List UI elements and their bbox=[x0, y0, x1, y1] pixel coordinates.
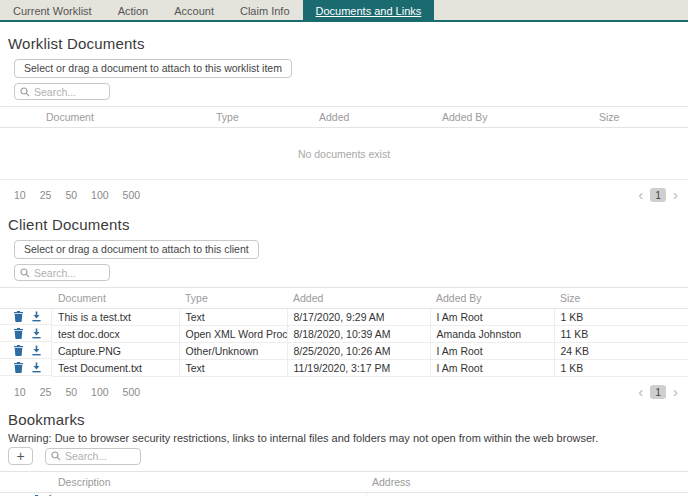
page-size-option[interactable]: 10 bbox=[14, 189, 26, 201]
download-icon[interactable] bbox=[31, 328, 42, 339]
attach-worklist-document-button[interactable]: Select or drag a document to attach to t… bbox=[14, 59, 292, 78]
cell-size: 1 KB bbox=[554, 360, 688, 377]
column-document: Document bbox=[52, 288, 179, 309]
tab-current-worklist[interactable]: Current Worklist bbox=[0, 0, 105, 20]
cell-added-by: I Am Root bbox=[430, 360, 554, 377]
worklist-documents-table: Document Type Added Added By Size No doc… bbox=[0, 106, 688, 180]
row-actions bbox=[0, 326, 52, 342]
page-size-option[interactable]: 50 bbox=[65, 189, 77, 201]
cell-added-by: I Am Root bbox=[430, 343, 554, 360]
table-row: This is a test.txt Text 8/17/2020, 9:29 … bbox=[0, 309, 688, 326]
delete-icon[interactable] bbox=[14, 362, 23, 373]
column-added: Added bbox=[287, 288, 430, 309]
tab-bar: Current Worklist Action Account Claim In… bbox=[0, 0, 688, 22]
cell-document: test doc.docx bbox=[52, 326, 179, 343]
download-icon[interactable] bbox=[31, 345, 42, 356]
cell-type: Other/Unknown bbox=[179, 343, 287, 360]
cell-type: Text bbox=[179, 360, 287, 377]
add-bookmark-button[interactable]: + bbox=[8, 447, 33, 465]
tab-documents-and-links[interactable]: Documents and Links bbox=[303, 0, 435, 20]
client-documents-section: Client Documents Select or drag a docume… bbox=[0, 216, 688, 407]
delete-icon[interactable] bbox=[14, 311, 23, 322]
column-added-by: Added By bbox=[430, 288, 554, 309]
bookmarks-table: Description Address bbox=[0, 471, 688, 496]
cell-added: 8/18/2020, 10:39 AM bbox=[287, 326, 430, 343]
current-page-button[interactable]: 1 bbox=[650, 188, 666, 202]
table-row: Capture.PNG Other/Unknown 8/25/2020, 10:… bbox=[0, 343, 688, 360]
search-icon bbox=[51, 451, 61, 461]
column-size: Size bbox=[554, 288, 688, 309]
cell-address: https://medevolve.com/ bbox=[366, 493, 688, 496]
tab-action[interactable]: Action bbox=[105, 0, 162, 20]
table-header-row: Document Type Added Added By Size bbox=[0, 107, 688, 128]
cell-document: Test Document.txt bbox=[52, 360, 179, 377]
table-header-row: Description Address bbox=[0, 472, 688, 493]
page-size-options: 102550100500 bbox=[14, 386, 154, 398]
column-type: Type bbox=[210, 107, 313, 128]
table-row: Home URL https://medevolve.com/ bbox=[0, 493, 688, 496]
worklist-documents-search[interactable] bbox=[14, 83, 110, 100]
page-size-option[interactable]: 500 bbox=[123, 386, 141, 398]
client-documents-search-input[interactable] bbox=[34, 267, 104, 279]
worklist-documents-pagination: 102550100500 ‹ 1 › bbox=[0, 180, 688, 210]
worklist-documents-search-input[interactable] bbox=[34, 86, 104, 98]
column-address: Address bbox=[366, 472, 688, 493]
column-type: Type bbox=[179, 288, 287, 309]
download-icon[interactable] bbox=[31, 362, 42, 373]
column-added-by: Added By bbox=[436, 107, 593, 128]
cell-added: 8/25/2020, 10:26 AM bbox=[287, 343, 430, 360]
table-header-row: Document Type Added Added By Size bbox=[0, 288, 688, 309]
previous-page-icon[interactable]: ‹ bbox=[638, 187, 643, 202]
bookmarks-title: Bookmarks bbox=[8, 411, 688, 428]
cell-type: Open XML Word Processing bbox=[179, 326, 287, 343]
row-actions bbox=[0, 309, 52, 325]
page-size-option[interactable]: 100 bbox=[91, 386, 109, 398]
cell-added-by: Amanda Johnston bbox=[430, 326, 554, 343]
previous-page-icon[interactable]: ‹ bbox=[638, 384, 643, 399]
tab-claim-info[interactable]: Claim Info bbox=[227, 0, 303, 20]
bookmarks-search[interactable] bbox=[45, 448, 141, 465]
worklist-documents-title: Worklist Documents bbox=[8, 35, 688, 52]
row-actions bbox=[0, 343, 52, 359]
empty-message: No documents exist bbox=[0, 128, 688, 180]
page-size-option[interactable]: 100 bbox=[91, 189, 109, 201]
cell-document: Capture.PNG bbox=[52, 343, 179, 360]
page-size-option[interactable]: 50 bbox=[65, 386, 77, 398]
client-documents-table: Document Type Added Added By Size bbox=[0, 287, 688, 377]
page-size-option[interactable]: 10 bbox=[14, 386, 26, 398]
pager: ‹ 1 › bbox=[638, 384, 678, 399]
column-added: Added bbox=[313, 107, 436, 128]
delete-icon[interactable] bbox=[14, 328, 23, 339]
cell-description: Home URL bbox=[52, 493, 366, 496]
cell-size: 24 KB bbox=[554, 343, 688, 360]
delete-icon[interactable] bbox=[14, 345, 23, 356]
column-actions bbox=[0, 107, 40, 128]
cell-added: 8/17/2020, 9:29 AM bbox=[287, 309, 430, 326]
search-icon bbox=[20, 87, 30, 97]
pager: ‹ 1 › bbox=[638, 187, 678, 202]
download-icon[interactable] bbox=[31, 311, 42, 322]
cell-type: Text bbox=[179, 309, 287, 326]
client-documents-search[interactable] bbox=[14, 264, 110, 281]
column-size: Size bbox=[593, 107, 688, 128]
worklist-documents-section: Worklist Documents Select or drag a docu… bbox=[0, 35, 688, 210]
column-document: Document bbox=[40, 107, 210, 128]
attach-client-document-button[interactable]: Select or drag a document to attach to t… bbox=[14, 240, 259, 259]
page-size-option[interactable]: 500 bbox=[123, 189, 141, 201]
row-actions bbox=[0, 360, 52, 376]
current-page-button[interactable]: 1 bbox=[650, 385, 666, 399]
bookmarks-section: Bookmarks Warning: Due to browser securi… bbox=[0, 411, 688, 496]
page-size-option[interactable]: 25 bbox=[40, 189, 52, 201]
next-page-icon[interactable]: › bbox=[673, 187, 678, 202]
next-page-icon[interactable]: › bbox=[673, 384, 678, 399]
bookmarks-search-input[interactable] bbox=[65, 450, 135, 462]
client-documents-pagination: 102550100500 ‹ 1 › bbox=[0, 377, 688, 407]
bookmarks-toolbar: + bbox=[0, 447, 688, 465]
cell-size: 1 KB bbox=[554, 309, 688, 326]
page-size-options: 102550100500 bbox=[14, 189, 154, 201]
tab-account[interactable]: Account bbox=[161, 0, 227, 20]
column-description: Description bbox=[52, 472, 366, 493]
bookmarks-warning-text: Warning: Due to browser security restric… bbox=[8, 432, 688, 444]
client-documents-title: Client Documents bbox=[8, 216, 688, 233]
page-size-option[interactable]: 25 bbox=[40, 386, 52, 398]
